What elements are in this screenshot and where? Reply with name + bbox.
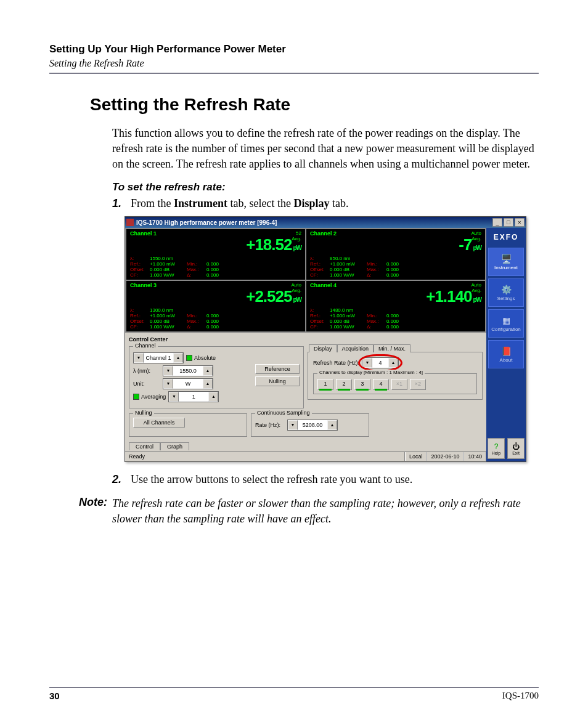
meta: Auto xyxy=(472,282,481,288)
sidebar-about[interactable]: 📕About xyxy=(488,340,524,368)
nulling-fieldset: Nulling All Channels xyxy=(129,413,247,437)
lbl: Δ: xyxy=(367,324,384,330)
lbl: CF: xyxy=(310,272,327,278)
val xyxy=(386,256,409,261)
averaging-checkbox[interactable]: Averaging xyxy=(133,394,166,400)
down-arrow-icon[interactable]: ▼ xyxy=(362,358,372,368)
down-arrow-icon[interactable]: ▼ xyxy=(169,392,179,402)
lbl: Min.: xyxy=(187,313,204,318)
tab-minmax[interactable]: Min. / Max. xyxy=(374,344,410,352)
val: 1.000 W/W xyxy=(330,272,364,278)
legend: Channels to display [Minimum : 1 Maximum… xyxy=(317,370,425,375)
status-ready: Ready xyxy=(125,452,405,461)
step-body: Use the arrow buttons to select the refr… xyxy=(131,473,539,486)
sidebar: EXFO 🖥️Instrument ⚙️Settings ▦Configurat… xyxy=(486,228,526,461)
channel-toggle-x1: ×1 xyxy=(391,379,407,390)
header-rule xyxy=(49,73,539,74)
meta: Auto xyxy=(292,282,301,288)
val: 0.000 xyxy=(206,267,229,272)
up-arrow-icon[interactable]: ▲ xyxy=(208,392,218,402)
tab-display[interactable]: Display xyxy=(309,344,337,352)
val: 0.000 xyxy=(386,313,409,318)
lbl: Min.: xyxy=(187,261,204,267)
value: W xyxy=(173,379,203,389)
sidebar-configuration[interactable]: ▦Configuration xyxy=(488,309,524,338)
readouts-grid: Channel 1 52Avg. +18.52pW λ:1550.0 nm Re… xyxy=(125,228,486,333)
procedure-heading: To set the refresh rate: xyxy=(112,181,539,193)
lbl xyxy=(367,307,384,313)
legend: Nulling xyxy=(133,410,154,416)
absolute-checkbox[interactable]: Absolute xyxy=(186,355,216,361)
down-arrow-icon[interactable]: ▼ xyxy=(163,366,173,376)
help-button[interactable]: ?Help xyxy=(488,438,505,459)
averaging-spin[interactable]: ▼1▲ xyxy=(168,391,219,402)
up-arrow-icon[interactable]: ▲ xyxy=(173,353,183,363)
meta: Auto xyxy=(472,230,481,236)
lbl: Offset: xyxy=(130,267,147,272)
reading-unit: pW xyxy=(473,296,481,303)
titlebar[interactable]: IQS-1700 High performance power meter [9… xyxy=(125,217,526,228)
lambda-spin[interactable]: ▼1550.0▲ xyxy=(163,365,213,376)
channel-toggle-4[interactable]: 4 xyxy=(373,379,389,390)
tab-control[interactable]: Control xyxy=(129,442,160,450)
exit-button[interactable]: ⏻Exit xyxy=(507,438,525,459)
reference-button[interactable]: Reference xyxy=(255,364,300,374)
lbl: λ: xyxy=(130,256,147,261)
all-channels-button[interactable]: All Channels xyxy=(133,418,185,428)
tab-graph[interactable]: Graph xyxy=(160,442,189,450)
sidebar-instrument[interactable]: 🖥️Instrument xyxy=(488,248,524,276)
lbl: Δ: xyxy=(367,272,384,278)
val: +1.000 mW xyxy=(330,313,364,318)
val: 0.000 dB xyxy=(150,318,184,324)
lbl xyxy=(187,256,204,261)
val: 850.0 nm xyxy=(330,256,364,261)
lbl: Ref.: xyxy=(130,313,147,318)
down-arrow-icon[interactable]: ▼ xyxy=(163,379,173,389)
val: 0.000 xyxy=(386,267,409,272)
status-local: Local xyxy=(405,452,427,461)
text: From the xyxy=(131,197,174,209)
channel-toggle-1[interactable]: 1 xyxy=(317,379,333,390)
val: 1.000 W/W xyxy=(330,324,364,330)
tab-acquisition[interactable]: Acquisition xyxy=(337,344,374,352)
reading-value: +1.140 xyxy=(426,287,472,306)
channel-toggle-3[interactable]: 3 xyxy=(354,379,370,390)
unit-spin[interactable]: ▼W▲ xyxy=(163,378,213,389)
channel-selector[interactable]: ▼Channel 1▲ xyxy=(133,352,184,363)
reading-unit: pW xyxy=(473,245,481,251)
channel-4-readout: Channel 4 AutoAvg. +1.140pW λ:1480.0 nm … xyxy=(306,281,485,331)
continuous-sampling-fieldset: Continuous Sampling Rate (Hz):▼5208.00▲ xyxy=(251,413,369,437)
up-arrow-icon[interactable]: ▲ xyxy=(203,379,213,389)
text-bold: Instrument xyxy=(174,197,227,209)
lbl xyxy=(187,307,204,313)
val: 0.000 dB xyxy=(330,267,364,272)
sidebar-settings[interactable]: ⚙️Settings xyxy=(488,278,524,307)
app-icon xyxy=(126,219,134,226)
lbl: Ref.: xyxy=(310,313,327,318)
up-arrow-icon[interactable]: ▲ xyxy=(203,366,213,376)
channel-toggle-2[interactable]: 2 xyxy=(336,379,352,390)
up-arrow-icon[interactable]: ▲ xyxy=(327,420,337,430)
meta: Avg. xyxy=(472,288,481,293)
close-button[interactable]: × xyxy=(515,218,525,227)
status-time: 10:40 xyxy=(463,452,486,461)
intro-paragraph: This function allows you to define the r… xyxy=(112,126,539,171)
val: +1.000 mW xyxy=(330,261,364,267)
rate-spin[interactable]: ▼5208.00▲ xyxy=(287,420,338,431)
label: Unit: xyxy=(133,381,160,387)
down-arrow-icon[interactable]: ▼ xyxy=(288,420,298,430)
meta: Avg. xyxy=(292,236,301,241)
minimize-button[interactable]: _ xyxy=(492,218,502,227)
maximize-button[interactable]: □ xyxy=(504,218,513,227)
lbl: Δ: xyxy=(187,324,204,330)
nulling-button[interactable]: Nulling xyxy=(255,376,300,386)
refresh-rate-spin[interactable]: ▼4▲ xyxy=(362,357,399,368)
value: 5208.00 xyxy=(298,420,327,430)
down-arrow-icon[interactable]: ▼ xyxy=(134,353,144,363)
step-1: 1. From the Instrument tab, select the D… xyxy=(112,197,539,210)
legend: Continuous Sampling xyxy=(255,410,312,416)
up-arrow-icon[interactable]: ▲ xyxy=(388,358,398,368)
val: 1.000 W/W xyxy=(150,324,184,330)
val: 1300.0 nm xyxy=(150,307,184,313)
lbl: CF: xyxy=(130,272,147,278)
